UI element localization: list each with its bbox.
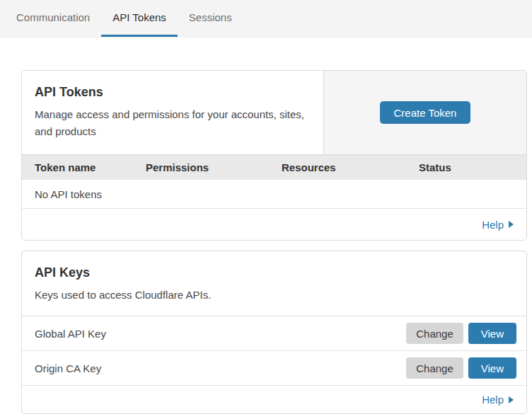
create-token-button[interactable]: Create Token (380, 101, 471, 124)
api-tokens-card-header-text: API Tokens Manage access and permissions… (22, 71, 323, 154)
api-tokens-card-header-panel: Create Token (323, 71, 526, 154)
global-api-key-row: Global API Key Change View (22, 316, 526, 351)
help-link-label: Help (482, 394, 504, 406)
api-keys-card-header: API Keys Keys used to access Cloudflare … (22, 251, 526, 316)
api-keys-title: API Keys (35, 265, 514, 280)
api-tokens-card: API Tokens Manage access and permissions… (21, 70, 527, 241)
origin-ca-key-label: Origin CA Key (35, 362, 406, 374)
api-keys-card: API Keys Keys used to access Cloudflare … (21, 251, 527, 414)
global-api-key-label: Global API Key (35, 328, 406, 340)
token-table-empty-message: No API tokens (35, 188, 102, 200)
api-tokens-help-link[interactable]: Help (482, 219, 514, 231)
tab-communication[interactable]: Communication (5, 0, 101, 37)
origin-ca-key-row: Origin CA Key Change View (22, 351, 526, 386)
global-api-key-change-button[interactable]: Change (406, 323, 463, 344)
api-tokens-card-header: API Tokens Manage access and permissions… (22, 71, 526, 154)
api-tokens-title: API Tokens (35, 85, 311, 100)
help-link-label: Help (482, 219, 504, 231)
token-table-empty-row: No API tokens (22, 180, 526, 209)
api-keys-description: Keys used to access Cloudflare APIs. (35, 287, 514, 304)
help-arrow-icon (509, 221, 514, 228)
tab-sessions[interactable]: Sessions (178, 0, 243, 37)
api-tokens-card-footer: Help (22, 209, 526, 240)
global-api-key-view-button[interactable]: View (468, 323, 516, 344)
tab-bar: Communication API Tokens Sessions (0, 0, 532, 38)
origin-ca-key-change-button[interactable]: Change (406, 357, 463, 379)
origin-ca-key-actions: Change View (406, 357, 516, 379)
token-table-col-resources: Resources (282, 161, 419, 173)
api-tokens-description: Manage access and permissions for your a… (35, 106, 311, 140)
api-keys-help-link[interactable]: Help (482, 394, 514, 406)
origin-ca-key-view-button[interactable]: View (468, 357, 516, 379)
token-table-header: Token name Permissions Resources Status (22, 154, 526, 180)
tab-api-tokens[interactable]: API Tokens (101, 0, 178, 37)
token-table-col-permissions: Permissions (146, 161, 282, 173)
help-arrow-icon (509, 396, 514, 403)
global-api-key-actions: Change View (406, 323, 516, 344)
token-table-col-token-name: Token name (35, 161, 146, 173)
token-table-col-status: Status (419, 161, 526, 173)
page-content: API Tokens Manage access and permissions… (0, 38, 532, 414)
api-keys-card-footer: Help (22, 386, 526, 413)
